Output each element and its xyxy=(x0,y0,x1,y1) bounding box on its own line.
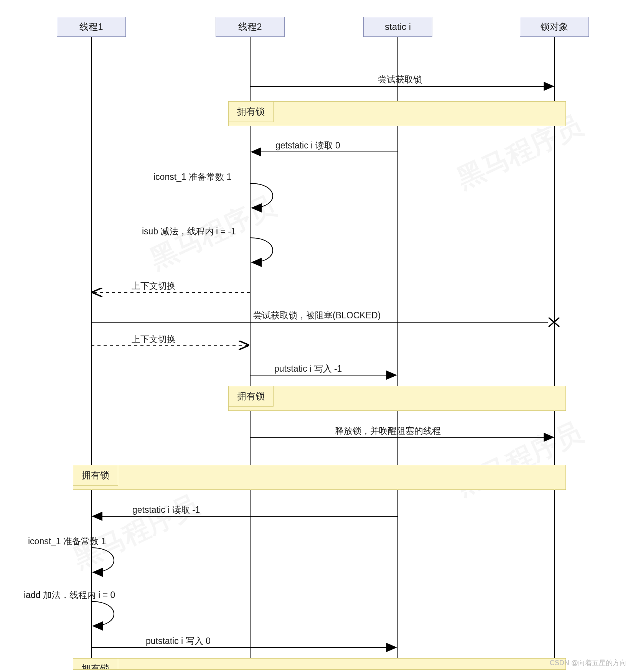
fragment-own-lock-1: 拥有锁 xyxy=(228,101,566,126)
fragment-label: 拥有锁 xyxy=(229,102,274,122)
lifeline-lock xyxy=(554,37,555,666)
msg-ctx-switch-1: 上下文切换 xyxy=(132,280,176,292)
msg-isub: isub 减法，线程内 i = -1 xyxy=(142,226,236,237)
footer-credit: CSDN @向着五星的方向 xyxy=(550,658,626,667)
fragment-label: 拥有锁 xyxy=(73,659,118,670)
msg-try-blocked: 尝试获取锁，被阻塞(BLOCKED) xyxy=(253,310,381,321)
msg-getstatic-0: getstatic i 读取 0 xyxy=(275,140,340,152)
participant-label: 线程2 xyxy=(238,21,262,33)
fragment-own-lock-4: 拥有锁 xyxy=(73,658,566,670)
watermark: 黑马程序员 xyxy=(452,414,589,504)
fragment-own-lock-3: 拥有锁 xyxy=(73,465,566,490)
participant-label: 锁对象 xyxy=(541,21,568,33)
msg-iadd: iadd 加法，线程内 i = 0 xyxy=(24,589,115,601)
participant-lock: 锁对象 xyxy=(520,17,589,37)
participant-label: 线程1 xyxy=(79,21,103,33)
participant-label: static i xyxy=(385,21,411,32)
fragment-own-lock-2: 拥有锁 xyxy=(228,386,566,411)
msg-getstatic-neg1: getstatic i 读取 -1 xyxy=(132,504,200,516)
diagram-arrows xyxy=(0,0,638,672)
fragment-label: 拥有锁 xyxy=(229,386,274,407)
participant-thread1: 线程1 xyxy=(57,17,126,37)
msg-putstatic-0: putstatic i 写入 0 xyxy=(146,635,211,647)
msg-putstatic-neg1: putstatic i 写入 -1 xyxy=(274,363,342,375)
msg-release-wake: 释放锁，并唤醒阻塞的线程 xyxy=(335,425,441,437)
lifeline-static-i xyxy=(397,37,398,666)
lifeline-thread1 xyxy=(91,37,92,666)
lifeline-thread2 xyxy=(250,37,251,666)
msg-ctx-switch-2: 上下文切换 xyxy=(132,333,176,345)
sequence-diagram: 黑马程序员 黑马程序员 黑马程序员 黑马程序员 线程1 线程2 static i… xyxy=(0,0,638,672)
msg-iconst1-a: iconst_1 准备常数 1 xyxy=(153,171,231,183)
fragment-label: 拥有锁 xyxy=(73,465,118,486)
msg-try-acquire-lock: 尝试获取锁 xyxy=(378,74,422,86)
msg-iconst1-b: iconst_1 准备常数 1 xyxy=(28,535,106,547)
watermark: 黑马程序员 xyxy=(68,487,205,576)
participant-thread2: 线程2 xyxy=(216,17,285,37)
participant-static-i: static i xyxy=(363,17,432,37)
